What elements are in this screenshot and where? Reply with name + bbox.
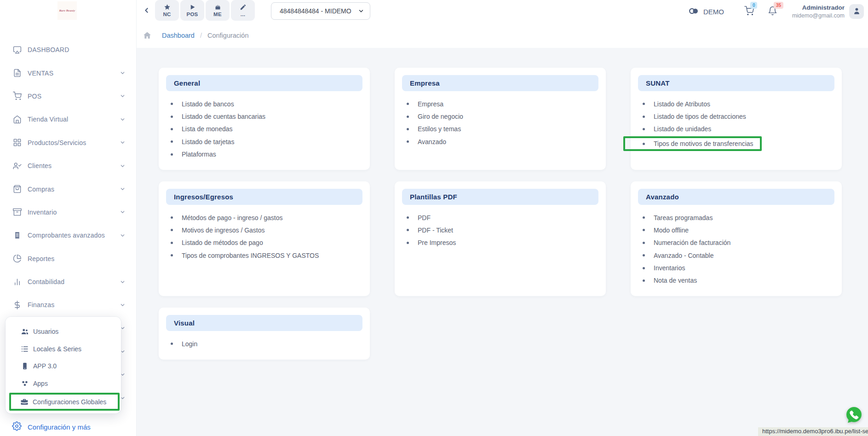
bullet-icon xyxy=(171,229,173,231)
cart-badge: 0 xyxy=(750,2,758,9)
star-icon xyxy=(164,4,171,11)
popup-item-app-3-0[interactable]: APP 3.0 xyxy=(6,358,121,375)
settings-link-pdf-ticket[interactable]: PDF - Ticket xyxy=(407,224,598,236)
sidebar-item-reportes[interactable]: Reportes xyxy=(0,247,136,270)
settings-link-listado-de-bancos[interactable]: Listado de bancos xyxy=(171,98,362,110)
quick-button-me[interactable]: ME xyxy=(206,0,230,21)
card-plantillas-pdf: Plantillas PDFPDFPDF - TicketPre Impreso… xyxy=(395,181,606,296)
cart-icon xyxy=(13,92,22,100)
settings-link-tipos-de-comprobantes-ingresos-y-gastos[interactable]: Tipos de comprobantes INGRESOS Y GASTOS xyxy=(171,249,362,262)
popup-item-configuraciones-globales[interactable]: Configuraciones Globales xyxy=(9,393,120,411)
settings-link-login[interactable]: Login xyxy=(171,337,362,350)
settings-link-modo-offline[interactable]: Modo offline xyxy=(643,224,834,236)
settings-link-estilos-y-temas[interactable]: Estilos y temas xyxy=(407,123,598,135)
sidebar-item-compras[interactable]: Compras xyxy=(0,177,136,200)
popup-item-locales-series[interactable]: Locales & Series xyxy=(6,340,121,358)
card-general: GeneralListado de bancosListado de cuent… xyxy=(159,68,370,170)
sidebar-item-productos-servicios[interactable]: Productos/Servicios xyxy=(0,131,136,154)
settings-link-pre-impresos[interactable]: Pre Impresos xyxy=(407,237,598,249)
sidebar-item-contabilidad[interactable]: Contabilidad xyxy=(0,270,136,293)
settings-link-listado-de-unidades[interactable]: Listado de unidades xyxy=(643,123,834,135)
quick-button-pos[interactable]: POS xyxy=(180,0,204,21)
bullet-icon xyxy=(171,254,173,256)
bullet-icon xyxy=(643,229,645,231)
settings-link-tareas-programadas[interactable]: Tareas programadas xyxy=(643,211,834,224)
settings-link-inventarios[interactable]: Inventarios xyxy=(643,262,834,274)
home-icon[interactable] xyxy=(143,31,152,40)
chevron-down-icon xyxy=(120,302,126,308)
settings-link-pdf[interactable]: PDF xyxy=(407,211,598,224)
card-list: Tareas programadasModo offlineNumeración… xyxy=(638,211,834,287)
settings-link-listado-de-atributos[interactable]: Listado de Atributos xyxy=(643,98,834,110)
user-check-icon xyxy=(13,162,22,170)
card-list: Listado de bancosListado de cuentas banc… xyxy=(166,98,362,161)
bullet-icon xyxy=(407,103,409,105)
quick-button-nc[interactable]: NC xyxy=(155,0,179,21)
settings-link-label: Listado de tarjetas xyxy=(182,138,234,145)
breadcrumb: Dashboard / Configuración xyxy=(137,23,868,48)
cards-grid: GeneralListado de bancosListado de cuent… xyxy=(137,48,868,360)
settings-link-empresa[interactable]: Empresa xyxy=(407,98,598,110)
status-url: https://midemo.demo3pro6.ibu.pe/list-set… xyxy=(762,428,868,435)
settings-link-listado-de-cuentas-bancarias[interactable]: Listado de cuentas bancarias xyxy=(171,110,362,122)
company-select[interactable]: 48484848484 - MIDEMO xyxy=(271,2,370,20)
settings-link-label: Listado de tipos de detracciones xyxy=(654,113,746,120)
cart-button[interactable]: 0 xyxy=(744,6,754,17)
card-ingresos-egresos: Ingresos/EgresosMétodos de pago - ingres… xyxy=(159,181,370,296)
settings-link-label: Inventarios xyxy=(654,264,685,272)
settings-link-m-todos-de-pago-ingreso-gastos[interactable]: Métodos de pago - ingreso / gastos xyxy=(171,211,362,224)
sidebar-item-finanzas[interactable]: Finanzas xyxy=(0,293,136,316)
settings-link-listado-de-tipos-de-detracciones[interactable]: Listado de tipos de detracciones xyxy=(643,110,834,122)
sidebar-item-ventas[interactable]: VENTAS xyxy=(0,61,136,84)
settings-link-plataformas[interactable]: Plataformas xyxy=(171,148,362,161)
company-select-value: 48484848484 - MIDEMO xyxy=(280,7,358,15)
settings-link-label: Estilos y temas xyxy=(418,125,461,133)
sidebar-item-clientes[interactable]: Clientes xyxy=(0,154,136,177)
topbar: NCPOSME... 48484848484 - MIDEMO DEMO 0 3… xyxy=(137,0,868,23)
notifications-button[interactable]: 35 xyxy=(768,6,777,17)
settings-link-tipos-de-motivos-de-transferencias[interactable]: Tipos de motivos de transferencias xyxy=(623,136,762,151)
settings-link-avanzado-contable[interactable]: Avanzado - Contable xyxy=(643,249,834,262)
settings-link-motivos-de-ingresos-gastos[interactable]: Motivos de ingresos / Gastos xyxy=(171,224,362,236)
play-icon xyxy=(189,4,196,11)
popup-item-usuarios[interactable]: Usuarios xyxy=(6,323,121,340)
bullet-icon xyxy=(643,216,645,219)
sidebar-item-comprobantes-avanzados[interactable]: Comprobantes avanzados xyxy=(0,224,136,247)
quick-button-more[interactable]: ... xyxy=(231,0,255,21)
settings-link-numeraci-n-de-facturaci-n[interactable]: Numeración de facturación xyxy=(643,237,834,249)
card-title: General xyxy=(166,75,362,91)
settings-link-nota-de-ventas[interactable]: Nota de ventas xyxy=(643,274,834,287)
settings-link-label: Listado de unidades xyxy=(654,125,711,133)
chevron-down-icon xyxy=(120,116,126,122)
user-menu[interactable]: Administrador midemo@gmail.com xyxy=(792,4,845,19)
sidebar-item-inventario[interactable]: Inventario xyxy=(0,201,136,224)
settings-link-listado-de-tarjetas[interactable]: Listado de tarjetas xyxy=(171,135,362,148)
settings-link-label: Motivos de ingresos / Gastos xyxy=(182,227,265,234)
settings-link-lista-de-monedas[interactable]: Lista de monedas xyxy=(171,123,362,135)
card-title: Ingresos/Egresos xyxy=(166,189,362,205)
shopping-bag-icon xyxy=(13,185,22,193)
sidebar-item-dashboard[interactable]: DASHBOARD xyxy=(0,38,136,61)
chevron-down-icon xyxy=(120,279,126,285)
settings-link-avanzado[interactable]: Avanzado xyxy=(407,135,598,148)
sidebar-popup-menu: UsuariosLocales & SeriesAPP 3.0AppsConfi… xyxy=(6,317,121,413)
whatsapp-button[interactable] xyxy=(845,406,863,424)
avatar[interactable] xyxy=(849,4,864,19)
chevron-down-icon xyxy=(120,209,126,215)
sidebar-item-pos[interactable]: POS xyxy=(0,85,136,108)
breadcrumb-link-dashboard[interactable]: Dashboard xyxy=(162,32,195,39)
popup-item-apps[interactable]: Apps xyxy=(6,375,121,392)
settings-link-label: Tareas programadas xyxy=(654,214,713,221)
settings-link-label: Listado de Atributos xyxy=(654,100,710,108)
demo-mode-toggle[interactable]: DEMO xyxy=(687,6,724,17)
settings-link-giro-de-negocio[interactable]: Giro de negocio xyxy=(407,110,598,122)
collapse-sidebar-button[interactable] xyxy=(138,0,154,21)
settings-link-listado-de-m-todos-de-pago[interactable]: Listado de métodos de pago xyxy=(171,237,362,249)
gear-icon xyxy=(12,421,22,432)
bullet-icon xyxy=(171,343,173,345)
card-title: SUNAT xyxy=(638,75,834,91)
mobile-icon xyxy=(21,362,29,370)
bullet-icon xyxy=(407,242,409,244)
sidebar-item-configuracion-y-mas[interactable]: Configuración y más xyxy=(0,420,136,434)
sidebar-item-tienda-virtual[interactable]: Tienda Virtual xyxy=(0,108,136,131)
